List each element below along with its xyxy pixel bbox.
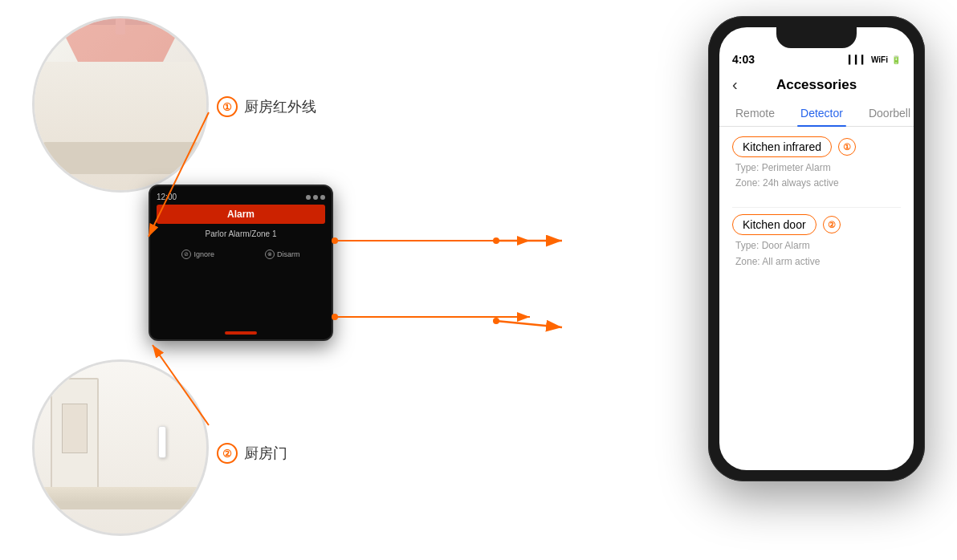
signal-icon (306, 195, 311, 200)
panel-alarm-label: Alarm (157, 205, 325, 224)
panel-message: Parlor Alarm/Zone 1 (157, 229, 325, 240)
kitchen-infrared-image (32, 16, 209, 193)
device-2-zone: Zone: All arm active (735, 254, 901, 270)
device-1-info: Type: Perimeter Alarm Zone: 24h always a… (732, 160, 901, 191)
panel-time: 12:00 (157, 193, 177, 201)
device-1-zone: Zone: 24h always active (735, 176, 901, 191)
app-header: ‹ Accessories (719, 69, 914, 100)
tab-doorbell[interactable]: Doorbell (865, 100, 914, 126)
ignore-button[interactable]: ⊘ Ignore (181, 250, 214, 259)
device-1-name-badge: Kitchen infrared (732, 136, 832, 157)
disarm-button[interactable]: ⊗ Disarm (265, 250, 300, 259)
wifi-icon (313, 195, 318, 200)
tab-remote[interactable]: Remote (732, 100, 778, 126)
phone-frame: 4:03 ▎▎▎ WiFi 🔋 ‹ Accessories Remote Det… (708, 16, 925, 481)
device-2-name-badge: Kitchen door (732, 214, 817, 235)
device-name-row-1: Kitchen infrared ① (732, 136, 901, 157)
wifi-status-icon: WiFi (871, 55, 888, 64)
label-kitchen-infrared-text: 厨房红外线 (244, 97, 316, 116)
device-item-2[interactable]: Kitchen door ② Type: Door Alarm Zone: Al… (732, 214, 901, 269)
device-list: Kitchen infrared ① Type: Perimeter Alarm… (719, 127, 914, 295)
number-badge-2: ② (217, 443, 238, 464)
device-2-type: Type: Door Alarm (735, 238, 901, 254)
kitchen-door-image (32, 359, 209, 536)
device-2-info: Type: Door Alarm Zone: All arm active (732, 238, 901, 269)
phone-container: 4:03 ▎▎▎ WiFi 🔋 ‹ Accessories Remote Det… (708, 16, 925, 481)
signal-status-icon: ▎▎▎ (849, 55, 868, 64)
label-kitchen-infrared: ① 厨房红外线 (217, 96, 316, 117)
device-1-type: Type: Perimeter Alarm (735, 160, 901, 176)
status-icons: ▎▎▎ WiFi 🔋 (849, 55, 901, 64)
number-badge-1: ① (217, 96, 238, 117)
phone-notch (776, 27, 857, 48)
battery-icon (320, 195, 325, 200)
ignore-icon: ⊘ (181, 250, 191, 259)
tab-detector[interactable]: Detector (797, 100, 846, 126)
app-title: Accessories (776, 77, 857, 93)
status-time: 4:03 (732, 53, 755, 66)
phone-screen: 4:03 ▎▎▎ WiFi 🔋 ‹ Accessories Remote Det… (719, 27, 914, 470)
label-kitchen-door-text: 厨房门 (244, 444, 287, 463)
divider-1 (732, 207, 901, 208)
back-button[interactable]: ‹ (732, 75, 738, 94)
device-item-1[interactable]: Kitchen infrared ① Type: Perimeter Alarm… (732, 136, 901, 191)
device-name-row-2: Kitchen door ② (732, 214, 901, 235)
device-2-number: ② (823, 216, 841, 233)
left-section: ① 厨房红外线 ② 厨房门 12:00 (0, 0, 530, 560)
panel-icons (306, 195, 325, 200)
alarm-panel: 12:00 Alarm Parlor Alarm/Zone 1 ⊘ Ignore… (149, 185, 333, 341)
panel-buttons: ⊘ Ignore ⊗ Disarm (157, 250, 325, 259)
label-kitchen-door: ② 厨房门 (217, 443, 287, 464)
tabs-row: Remote Detector Doorbell (719, 100, 914, 127)
battery-status-icon: 🔋 (891, 55, 901, 64)
device-1-number: ① (838, 138, 856, 156)
disarm-icon: ⊗ (265, 250, 275, 259)
panel-led (225, 331, 257, 335)
